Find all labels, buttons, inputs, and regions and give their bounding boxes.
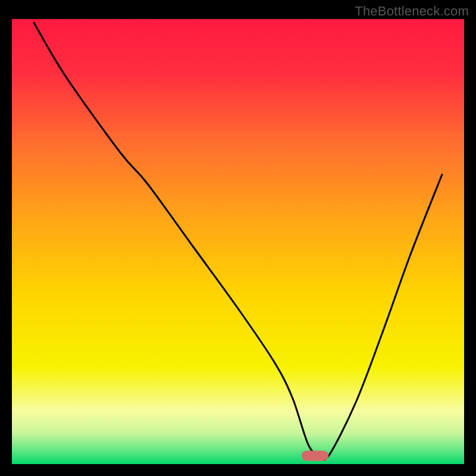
highlight-pill <box>302 450 329 461</box>
bottleneck-chart <box>0 0 476 476</box>
chart-frame: TheBottleneck.com <box>0 0 476 476</box>
watermark-text: TheBottleneck.com <box>355 4 469 19</box>
gradient-background <box>11 18 465 465</box>
